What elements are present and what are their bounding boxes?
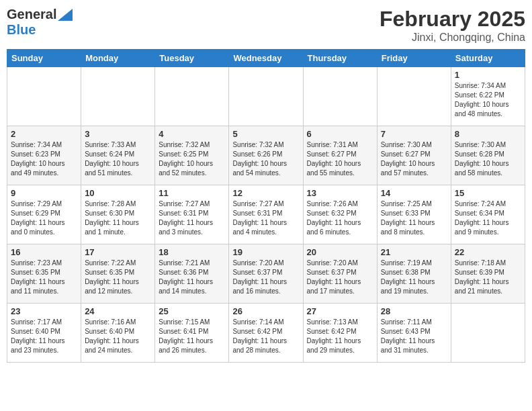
day-info: Sunrise: 7:20 AM Sunset: 6:37 PM Dayligh…	[232, 259, 299, 296]
day-number: 6	[307, 129, 373, 139]
day-info: Sunrise: 7:27 AM Sunset: 6:31 PM Dayligh…	[232, 199, 299, 237]
day-number: 7	[381, 129, 447, 139]
calendar-day-cell	[7, 67, 81, 126]
logo-blue-text: Blue	[7, 22, 73, 38]
calendar-day-cell: 27Sunrise: 7:13 AM Sunset: 6:42 PM Dayli…	[303, 304, 377, 363]
day-info: Sunrise: 7:23 AM Sunset: 6:35 PM Dayligh…	[11, 259, 77, 296]
calendar-week-row: 1Sunrise: 7:34 AM Sunset: 6:22 PM Daylig…	[7, 67, 525, 126]
logo-general-text: General	[7, 7, 56, 22]
calendar-week-row: 23Sunrise: 7:17 AM Sunset: 6:40 PM Dayli…	[7, 304, 525, 363]
weekday-header-friday: Friday	[377, 50, 451, 67]
day-info: Sunrise: 7:17 AM Sunset: 6:40 PM Dayligh…	[11, 318, 77, 355]
day-info: Sunrise: 7:30 AM Sunset: 6:28 PM Dayligh…	[455, 140, 521, 178]
calendar-day-cell	[81, 67, 155, 126]
day-number: 19	[232, 247, 299, 257]
calendar-day-cell: 15Sunrise: 7:24 AM Sunset: 6:34 PM Dayli…	[451, 185, 525, 244]
day-info: Sunrise: 7:22 AM Sunset: 6:35 PM Dayligh…	[85, 259, 151, 296]
calendar-day-cell	[451, 304, 525, 363]
weekday-header-tuesday: Tuesday	[155, 50, 229, 67]
calendar-day-cell	[303, 67, 377, 126]
calendar-day-cell	[377, 67, 451, 126]
day-number: 18	[159, 247, 225, 257]
day-info: Sunrise: 7:28 AM Sunset: 6:30 PM Dayligh…	[85, 199, 151, 237]
weekday-header-row: SundayMondayTuesdayWednesdayThursdayFrid…	[7, 50, 525, 67]
day-info: Sunrise: 7:20 AM Sunset: 6:37 PM Dayligh…	[307, 259, 373, 296]
day-info: Sunrise: 7:16 AM Sunset: 6:40 PM Dayligh…	[85, 318, 151, 355]
day-number: 24	[85, 306, 151, 316]
calendar-day-cell: 7Sunrise: 7:30 AM Sunset: 6:27 PM Daylig…	[377, 126, 451, 185]
day-info: Sunrise: 7:32 AM Sunset: 6:26 PM Dayligh…	[232, 140, 299, 178]
calendar-day-cell: 16Sunrise: 7:23 AM Sunset: 6:35 PM Dayli…	[7, 244, 81, 304]
day-info: Sunrise: 7:13 AM Sunset: 6:42 PM Dayligh…	[307, 318, 373, 355]
day-number: 3	[85, 129, 151, 139]
day-number: 10	[85, 188, 151, 198]
day-number: 20	[307, 247, 373, 257]
calendar-day-cell: 13Sunrise: 7:26 AM Sunset: 6:32 PM Dayli…	[303, 185, 377, 244]
calendar-week-row: 16Sunrise: 7:23 AM Sunset: 6:35 PM Dayli…	[7, 244, 525, 304]
day-number: 22	[455, 247, 521, 257]
day-info: Sunrise: 7:21 AM Sunset: 6:36 PM Dayligh…	[159, 259, 225, 296]
calendar-day-cell: 25Sunrise: 7:15 AM Sunset: 6:41 PM Dayli…	[155, 304, 229, 363]
day-info: Sunrise: 7:30 AM Sunset: 6:27 PM Dayligh…	[381, 140, 447, 178]
day-number: 16	[11, 247, 77, 257]
day-number: 23	[11, 306, 77, 316]
calendar-day-cell: 21Sunrise: 7:19 AM Sunset: 6:38 PM Dayli…	[377, 244, 451, 304]
calendar-day-cell: 19Sunrise: 7:20 AM Sunset: 6:37 PM Dayli…	[229, 244, 303, 304]
weekday-header-thursday: Thursday	[303, 50, 377, 67]
calendar-day-cell: 26Sunrise: 7:14 AM Sunset: 6:42 PM Dayli…	[229, 304, 303, 363]
day-number: 11	[159, 188, 225, 198]
calendar-day-cell: 11Sunrise: 7:27 AM Sunset: 6:31 PM Dayli…	[155, 185, 229, 244]
calendar-day-cell	[229, 67, 303, 126]
calendar-day-cell: 4Sunrise: 7:32 AM Sunset: 6:25 PM Daylig…	[155, 126, 229, 185]
day-info: Sunrise: 7:27 AM Sunset: 6:31 PM Dayligh…	[159, 199, 225, 237]
day-number: 13	[307, 188, 373, 198]
day-info: Sunrise: 7:26 AM Sunset: 6:32 PM Dayligh…	[307, 199, 373, 237]
day-number: 2	[11, 129, 77, 139]
day-number: 5	[232, 129, 299, 139]
weekday-header-monday: Monday	[81, 50, 155, 67]
calendar-day-cell: 28Sunrise: 7:11 AM Sunset: 6:43 PM Dayli…	[377, 304, 451, 363]
logo-triangle-icon	[58, 9, 73, 21]
day-info: Sunrise: 7:34 AM Sunset: 6:23 PM Dayligh…	[11, 140, 77, 178]
day-number: 9	[11, 188, 77, 198]
calendar-day-cell: 3Sunrise: 7:33 AM Sunset: 6:24 PM Daylig…	[81, 126, 155, 185]
calendar-week-row: 2Sunrise: 7:34 AM Sunset: 6:23 PM Daylig…	[7, 126, 525, 185]
day-info: Sunrise: 7:18 AM Sunset: 6:39 PM Dayligh…	[455, 259, 521, 296]
day-number: 27	[307, 306, 373, 316]
calendar-day-cell: 12Sunrise: 7:27 AM Sunset: 6:31 PM Dayli…	[229, 185, 303, 244]
day-info: Sunrise: 7:33 AM Sunset: 6:24 PM Dayligh…	[85, 140, 151, 178]
location-subtitle: Jinxi, Chongqing, China	[380, 32, 525, 44]
day-info: Sunrise: 7:15 AM Sunset: 6:41 PM Dayligh…	[159, 318, 225, 355]
day-info: Sunrise: 7:24 AM Sunset: 6:34 PM Dayligh…	[455, 199, 521, 237]
day-info: Sunrise: 7:11 AM Sunset: 6:43 PM Dayligh…	[381, 318, 447, 355]
logo: General Blue	[7, 7, 73, 38]
day-number: 25	[159, 306, 225, 316]
day-number: 8	[455, 129, 521, 139]
title-block: February 2025 Jinxi, Chongqing, China	[380, 7, 525, 44]
calendar-day-cell: 2Sunrise: 7:34 AM Sunset: 6:23 PM Daylig…	[7, 126, 81, 185]
day-info: Sunrise: 7:29 AM Sunset: 6:29 PM Dayligh…	[11, 199, 77, 237]
day-info: Sunrise: 7:34 AM Sunset: 6:22 PM Dayligh…	[455, 81, 521, 119]
day-info: Sunrise: 7:32 AM Sunset: 6:25 PM Dayligh…	[159, 140, 225, 178]
calendar-day-cell: 5Sunrise: 7:32 AM Sunset: 6:26 PM Daylig…	[229, 126, 303, 185]
calendar-day-cell: 18Sunrise: 7:21 AM Sunset: 6:36 PM Dayli…	[155, 244, 229, 304]
svg-marker-0	[58, 9, 73, 21]
calendar-day-cell: 14Sunrise: 7:25 AM Sunset: 6:33 PM Dayli…	[377, 185, 451, 244]
calendar-day-cell: 23Sunrise: 7:17 AM Sunset: 6:40 PM Dayli…	[7, 304, 81, 363]
day-number: 28	[381, 306, 447, 316]
day-number: 14	[381, 188, 447, 198]
page-header: General Blue February 2025 Jinxi, Chongq…	[7, 7, 525, 44]
calendar-day-cell: 9Sunrise: 7:29 AM Sunset: 6:29 PM Daylig…	[7, 185, 81, 244]
day-info: Sunrise: 7:14 AM Sunset: 6:42 PM Dayligh…	[232, 318, 299, 355]
weekday-header-wednesday: Wednesday	[229, 50, 303, 67]
day-number: 1	[455, 70, 521, 80]
day-info: Sunrise: 7:25 AM Sunset: 6:33 PM Dayligh…	[381, 199, 447, 237]
calendar-day-cell: 6Sunrise: 7:31 AM Sunset: 6:27 PM Daylig…	[303, 126, 377, 185]
month-title: February 2025	[380, 7, 525, 32]
day-number: 12	[232, 188, 299, 198]
weekday-header-saturday: Saturday	[451, 50, 525, 67]
day-number: 17	[85, 247, 151, 257]
calendar-week-row: 9Sunrise: 7:29 AM Sunset: 6:29 PM Daylig…	[7, 185, 525, 244]
day-info: Sunrise: 7:19 AM Sunset: 6:38 PM Dayligh…	[381, 259, 447, 296]
calendar-day-cell	[155, 67, 229, 126]
